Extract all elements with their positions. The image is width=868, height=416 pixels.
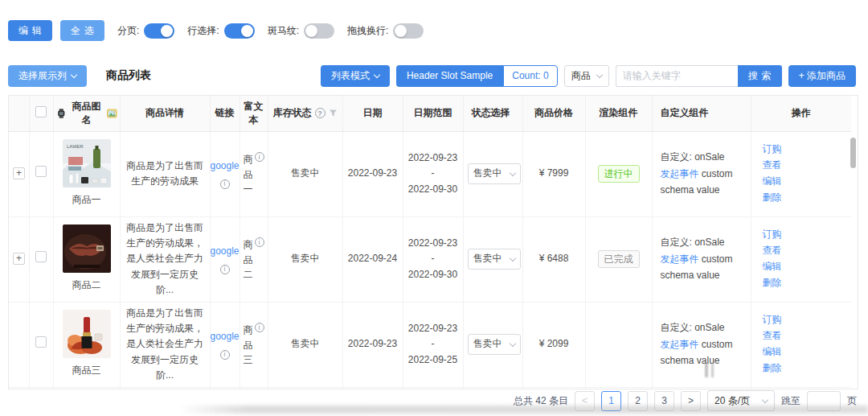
custom-mid-text: custom [702, 168, 733, 179]
chevron-down-icon [71, 71, 77, 77]
add-product-button[interactable]: + 添加商品 [788, 65, 856, 87]
row-select-toggle-label: 行选择: [187, 24, 219, 38]
list-mode-button[interactable]: 列表模式 [321, 65, 390, 87]
delete-link[interactable]: 删除 [763, 190, 848, 206]
edit-link[interactable]: 编辑 [763, 174, 848, 190]
status-badge: 已完成 [598, 250, 640, 269]
product-link[interactable]: google [210, 329, 239, 344]
search-input[interactable] [616, 65, 738, 87]
expand-row-button[interactable]: + [13, 167, 25, 179]
view-link[interactable]: 查看 [763, 158, 848, 174]
image-brand-text: LAMER [67, 144, 84, 149]
help-icon[interactable] [315, 108, 326, 118]
product-link[interactable]: google [210, 159, 239, 174]
count-badge: Count: 0 [503, 65, 557, 87]
emit-event-link[interactable]: 发起事件 [661, 168, 699, 179]
custom-line3: schema value [661, 267, 747, 283]
date-value: 2022-09-24 [348, 253, 397, 264]
table-row: + LAMER 商品一 商品是为了出售而生产的劳动成果 google 商品一 售… [9, 131, 851, 216]
stock-status: 售卖中 [291, 167, 320, 179]
zebra-stripe-toggle[interactable] [304, 23, 334, 39]
info-icon[interactable] [255, 237, 264, 247]
info-icon[interactable] [220, 179, 230, 189]
edit-link[interactable]: 编辑 [763, 344, 848, 360]
drag-reorder-toggle[interactable] [393, 23, 424, 39]
edit-link[interactable]: 编辑 [763, 259, 848, 275]
screen-artifact [705, 363, 716, 377]
bottom-shadow-strip [178, 406, 868, 414]
view-link[interactable]: 查看 [763, 243, 848, 259]
view-link[interactable]: 查看 [763, 328, 848, 344]
status-select-value: 售卖中 [473, 251, 502, 266]
row-checkbox[interactable] [35, 251, 47, 262]
header-expand [9, 96, 29, 131]
status-select[interactable]: 售卖中 [468, 249, 521, 270]
table-toolbar: 选择展示列 商品列表 列表模式 Header Slot Sample Count… [8, 64, 856, 88]
drag-reorder-toggle-label: 拖拽换行: [347, 24, 388, 38]
chevron-down-icon [762, 396, 768, 402]
filter-icon[interactable] [329, 109, 338, 117]
status-select[interactable]: 售卖中 [468, 334, 521, 355]
product-detail: 商品是为了出售而生产的劳动成果，是人类社会生产力发展到一定历史阶... [126, 307, 203, 381]
info-icon[interactable] [255, 323, 264, 332]
emit-event-link[interactable]: 发起事件 [661, 253, 699, 265]
table-toolbar-right: 列表模式 Header Slot Sample Count: 0 商品 搜索 +… [321, 65, 856, 87]
product-name: 商品二 [58, 278, 116, 293]
edit-button[interactable]: 编辑 [8, 20, 52, 41]
order-link[interactable]: 订购 [763, 312, 848, 328]
delete-link[interactable]: 删除 [763, 360, 848, 377]
category-select[interactable]: 商品 [564, 65, 609, 87]
info-icon[interactable] [220, 265, 230, 274]
header-price: 商品价格 [522, 96, 585, 131]
daterange-line2: 2022-09-30 [407, 267, 459, 282]
product-link[interactable]: google [210, 244, 239, 259]
info-icon[interactable] [255, 152, 264, 162]
expand-row-button[interactable]: + [13, 253, 25, 265]
row-checkbox[interactable] [35, 336, 47, 348]
emit-event-link[interactable]: 发起事件 [661, 339, 699, 350]
date-value: 2022-09-23 [348, 338, 397, 349]
list-mode-label: 列表模式 [331, 69, 370, 83]
table-header-row: 商品图名 商品详情 链接 富文本 库存状态 日期 日期范围 状态选择 商品价格 … [9, 96, 851, 131]
vertical-scrollbar[interactable] [850, 138, 856, 168]
order-link[interactable]: 订购 [763, 227, 848, 243]
daterange-line2: 2022-09-25 [407, 352, 459, 368]
pagination-toggle[interactable] [144, 23, 174, 39]
product-name: 商品三 [58, 363, 116, 378]
custom-mid-text: custom [702, 339, 733, 350]
header-slot-sample-button[interactable]: Header Slot Sample [396, 65, 503, 87]
header-stock: 库存状态 [268, 96, 342, 131]
search-group: 搜索 [616, 65, 782, 87]
custom-line2: 发起事件 custom [661, 166, 747, 182]
product-detail: 商品是为了出售而生产的劳动成果，是人类社会生产力发展到一定历史阶... [126, 222, 203, 295]
header-stock-label: 库存状态 [273, 106, 312, 120]
zebra-stripe-toggle-group: 斑马纹: [268, 23, 334, 39]
delete-link[interactable]: 删除 [763, 275, 848, 291]
daterange-line1: 2022-09-23 - [407, 236, 459, 266]
search-button[interactable]: 搜索 [738, 65, 782, 87]
product-image: LAMER [63, 139, 111, 187]
chevron-down-icon [596, 71, 602, 77]
header-slot-group: Header Slot Sample Count: 0 [396, 65, 558, 87]
row-select-toggle[interactable] [224, 23, 255, 39]
header-daterange: 日期范围 [403, 96, 463, 131]
column-select-button[interactable]: 选择展示列 [8, 65, 87, 87]
drag-reorder-toggle-group: 拖拽换行: [347, 23, 424, 39]
info-icon[interactable] [220, 350, 230, 360]
table-row: 商品三 商品是为了出售而生产的劳动成果，是人类社会生产力发展到一定历史阶... … [9, 302, 851, 387]
date-value: 2022-09-23 [348, 167, 397, 179]
category-select-value: 商品 [571, 69, 591, 83]
table-row: + 商品二 商品是为了出售而生产的劳动成果，是人类社会生产力发展到一定历史阶..… [9, 216, 851, 302]
select-all-checkbox[interactable] [35, 106, 47, 117]
pagination-toggle-group: 分页: [117, 23, 174, 39]
row-checkbox[interactable] [35, 166, 47, 177]
top-toolbar: 编辑 全选 分页: 行选择: 斑马纹: 拖拽换行: [8, 19, 424, 42]
status-select-value: 售卖中 [473, 336, 502, 352]
order-link[interactable]: 订购 [763, 142, 848, 158]
custom-line1: 自定义: onSale [661, 319, 747, 336]
status-select[interactable]: 售卖中 [468, 163, 521, 184]
custom-mid-text: custom [702, 253, 733, 265]
select-all-button[interactable]: 全选 [60, 20, 104, 41]
header-custom: 自定义组件 [652, 96, 751, 131]
status-badge: 进行中 [598, 165, 640, 183]
